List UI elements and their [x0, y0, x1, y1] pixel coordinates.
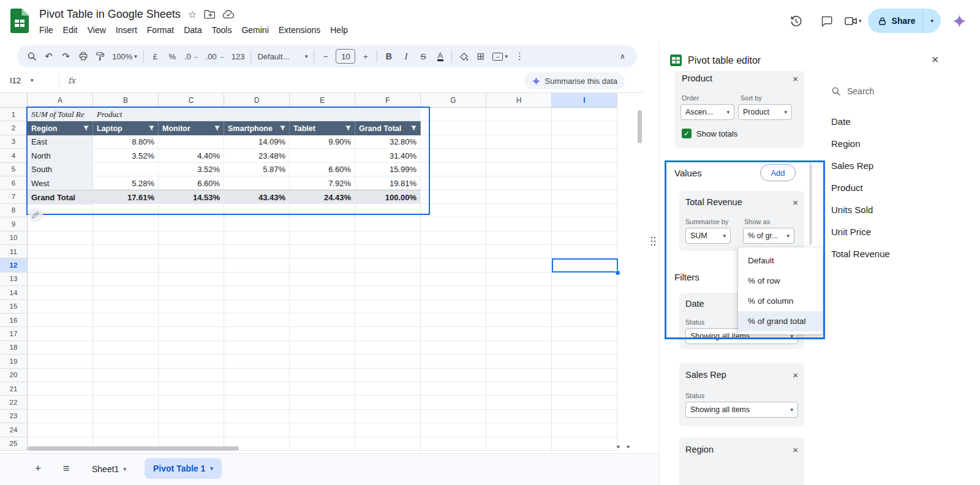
row-header-11[interactable]: 11: [0, 245, 28, 258]
hide-menus-button[interactable]: ∧: [614, 48, 631, 65]
font-selector[interactable]: Default... ▾: [254, 48, 311, 65]
version-history-button[interactable]: [783, 9, 808, 33]
filter-icon[interactable]: [148, 125, 155, 132]
remove-region-button[interactable]: ×: [793, 445, 798, 455]
row-header-13[interactable]: 13: [0, 273, 28, 286]
filter-icon[interactable]: [410, 125, 417, 132]
increase-font-size-button[interactable]: +: [357, 48, 374, 65]
row-header-18[interactable]: 18: [0, 341, 28, 355]
field-units-sold[interactable]: Units Sold: [826, 198, 976, 220]
pivot-value-cell[interactable]: 5.87%: [224, 163, 290, 176]
menu-extensions[interactable]: Extensions: [274, 23, 325, 37]
panel-close-button[interactable]: ×: [932, 53, 939, 67]
undo-button[interactable]: ↶: [40, 48, 57, 65]
pivot-value-cell[interactable]: 19.81%: [355, 176, 421, 190]
print-button[interactable]: [75, 48, 91, 65]
comments-button[interactable]: [814, 9, 839, 33]
panel-scrollbar-thumb[interactable]: [809, 163, 812, 245]
pivot-value-cell[interactable]: 8.80%: [93, 135, 159, 149]
all-sheets-button[interactable]: ≡: [56, 459, 76, 478]
share-options-button[interactable]: ▾: [923, 9, 941, 33]
zoom-control[interactable]: 100% ▾: [109, 48, 140, 65]
selected-cell-I12[interactable]: [552, 258, 618, 273]
menu-option-of-grand-total[interactable]: % of grand total: [738, 311, 823, 331]
column-header-d[interactable]: D: [224, 93, 290, 108]
tab-pivot-table-1[interactable]: Pivot Table 1 ▾: [145, 458, 222, 479]
decrease-font-size-button[interactable]: −: [317, 48, 334, 65]
pivot-header-region[interactable]: Region: [28, 121, 93, 135]
pivot-value-cell[interactable]: 31.40%: [355, 149, 421, 162]
pivot-value-cell[interactable]: 6.60%: [159, 176, 224, 190]
filter-icon[interactable]: [214, 125, 221, 132]
menu-file[interactable]: File: [34, 23, 58, 37]
pivot-value-cell[interactable]: [224, 176, 290, 190]
filter-icon[interactable]: [279, 125, 286, 132]
row-header-20[interactable]: 20: [0, 369, 28, 382]
redo-button[interactable]: ↷: [58, 48, 74, 65]
row-header-1[interactable]: 1: [0, 108, 28, 121]
pivot-value-cell[interactable]: 24.43%: [290, 190, 355, 204]
column-header-i[interactable]: I: [552, 93, 617, 108]
row-header-25[interactable]: 25: [0, 437, 28, 451]
edit-pivot-button[interactable]: [28, 208, 43, 222]
row-header-19[interactable]: 19: [0, 355, 28, 368]
sort-by-select[interactable]: Product ▾: [738, 104, 792, 120]
pivot-value-cell[interactable]: 100.00%: [355, 190, 421, 204]
column-header-g[interactable]: G: [421, 93, 486, 108]
row-header-12[interactable]: 12: [0, 258, 28, 272]
row-header-3[interactable]: 3: [0, 135, 28, 149]
row-header-2[interactable]: 2: [0, 121, 28, 135]
pivot-row-label-grand-total[interactable]: Grand Total: [28, 190, 93, 204]
field-total-revenue[interactable]: Total Revenue: [826, 242, 976, 265]
column-header-a[interactable]: A: [28, 93, 93, 108]
menu-tools[interactable]: Tools: [207, 23, 237, 37]
name-box[interactable]: I12 ▾: [0, 76, 59, 85]
row-header-5[interactable]: 5: [0, 163, 28, 176]
pivot-value-cell[interactable]: 9.90%: [290, 135, 355, 149]
row-header-9[interactable]: 9: [0, 217, 28, 231]
order-select[interactable]: Ascen... ▾: [680, 104, 734, 120]
pivot-header-monitor[interactable]: Monitor: [159, 121, 224, 135]
pivot-corner-label[interactable]: SUM of Total Re: [28, 108, 93, 121]
field-search-input[interactable]: [847, 86, 951, 96]
borders-button[interactable]: ⊞: [472, 48, 489, 65]
row-header-14[interactable]: 14: [0, 286, 28, 299]
select-all-corner[interactable]: [0, 93, 28, 108]
menu-insert[interactable]: Insert: [111, 23, 142, 37]
row-header-17[interactable]: 17: [0, 327, 28, 340]
font-size-input[interactable]: 10: [336, 49, 355, 64]
pivot-row-label-south[interactable]: South: [28, 163, 93, 176]
pivot-value-cell[interactable]: 14.53%: [159, 190, 224, 204]
percent-format-button[interactable]: %: [164, 48, 181, 65]
row-header-4[interactable]: 4: [0, 149, 28, 162]
gemini-button[interactable]: [947, 9, 971, 33]
toolbar-search-button[interactable]: [23, 48, 40, 65]
fill-handle[interactable]: [615, 270, 620, 276]
pivot-value-cell[interactable]: 4.40%: [159, 149, 224, 162]
row-header-22[interactable]: 22: [0, 396, 28, 409]
summarise-by-select[interactable]: SUM ▾: [685, 228, 731, 244]
column-header-f[interactable]: F: [355, 93, 421, 108]
pivot-header-smartphone[interactable]: Smartphone: [224, 121, 290, 135]
pivot-row-label-north[interactable]: North: [28, 149, 93, 162]
merge-cells-button[interactable]: ↔ ▾: [489, 48, 511, 65]
tab-sheet1[interactable]: Sheet1 ▾: [86, 460, 132, 478]
cloud-save-status-icon[interactable]: [222, 10, 235, 19]
menu-option-of-row[interactable]: % of row: [738, 271, 823, 291]
more-toolbar-options-button[interactable]: ⋮: [511, 48, 528, 65]
pivot-value-cell[interactable]: 6.60%: [290, 163, 355, 176]
pivot-value-cell[interactable]: 17.61%: [93, 190, 159, 204]
scroll-left-arrow[interactable]: ◂: [616, 443, 619, 449]
sheets-logo-icon[interactable]: [10, 9, 30, 33]
field-product[interactable]: Product: [826, 176, 976, 198]
row-header-8[interactable]: 8: [0, 204, 28, 217]
pivot-value-cell[interactable]: 43.43%: [224, 190, 290, 204]
paint-format-button[interactable]: [92, 48, 108, 65]
strikethrough-button[interactable]: S: [415, 48, 431, 65]
decrease-decimals-button[interactable]: .0←: [181, 48, 202, 65]
pivot-row-label-west[interactable]: West: [28, 176, 93, 190]
pivot-header-laptop[interactable]: Laptop: [93, 121, 159, 135]
column-header-b[interactable]: B: [93, 93, 159, 108]
field-unit-price[interactable]: Unit Price: [826, 220, 976, 242]
filter-icon[interactable]: [345, 125, 352, 132]
